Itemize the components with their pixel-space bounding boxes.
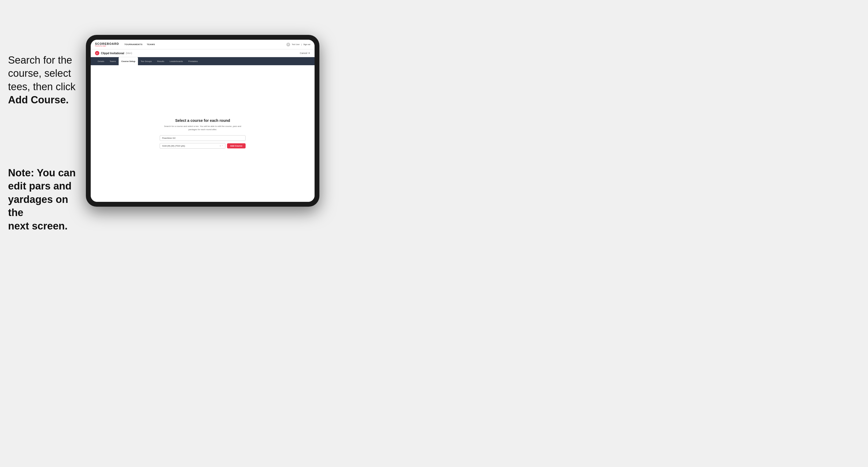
tab-leaderboards[interactable]: Leaderboards — [167, 57, 185, 65]
annotation-line3: tees, then click — [8, 81, 75, 92]
add-course-button[interactable]: Add Course — [227, 143, 246, 148]
tournament-name: Clippd Invitational — [101, 52, 124, 55]
tournament-icon: C — [95, 51, 99, 55]
tab-teams[interactable]: Teams — [107, 57, 119, 65]
logo-area: SCOREBOARD Powered by clippd — [95, 42, 119, 47]
tee-clear-icon[interactable]: × — [220, 145, 221, 147]
nav-separator: | — [301, 43, 302, 45]
top-nav: SCOREBOARD Powered by clippd TOURNAMENTS… — [91, 40, 315, 50]
tab-navigation: Details Teams Course Setup Tee Groups Re… — [91, 57, 315, 65]
signout-button[interactable]: Sign out — [303, 43, 310, 45]
tee-select-controls: × ⌃ — [220, 145, 223, 147]
tournament-title: C Clippd Invitational (Men) — [95, 51, 132, 55]
nav-teams[interactable]: TEAMS — [147, 43, 155, 45]
device-frame: SCOREBOARD Powered by clippd TOURNAMENTS… — [86, 35, 319, 207]
nav-tournaments[interactable]: TOURNAMENTS — [124, 43, 143, 45]
annotation-note-line4: next screen. — [8, 220, 86, 233]
annotation-emphasis: Add Course. — [8, 94, 69, 105]
cancel-button[interactable]: Cancel ✕ — [300, 52, 310, 55]
card-title: Select a course for each round — [160, 118, 246, 123]
tee-select-dropdown[interactable]: Gold (M) (M) (7010 yds) × ⌃ — [160, 143, 225, 149]
annotation-note-line2: edit pars and — [8, 180, 86, 193]
main-content: Select a course for each round Search fo… — [91, 65, 315, 202]
tab-printables[interactable]: Printables — [185, 57, 200, 65]
tee-select-value: Gold (M) (M) (7010 yds) — [162, 145, 185, 147]
course-card: Select a course for each round Search fo… — [160, 118, 246, 149]
user-area: R Test User | Sign out — [286, 43, 310, 46]
annotation-main: Search for the course, select tees, then… — [8, 54, 83, 107]
logo-sub: Powered by clippd — [95, 45, 119, 47]
card-description: Search for a course and select a tee. Yo… — [160, 125, 246, 131]
annotation-line2: course, select — [8, 68, 71, 79]
tab-tee-groups[interactable]: Tee Groups — [138, 57, 154, 65]
annotation-note-line3: yardages on the — [8, 193, 86, 220]
user-avatar: R — [286, 43, 290, 46]
cancel-label: Cancel — [300, 52, 307, 55]
tab-course-setup[interactable]: Course Setup — [119, 57, 138, 65]
tee-select-row: Gold (M) (M) (7010 yds) × ⌃ Add Course — [160, 143, 246, 149]
annotation-note: Note: You can edit pars and yardages on … — [8, 166, 86, 233]
logo-title: SCOREBOARD — [95, 42, 119, 45]
course-search-input[interactable] — [160, 135, 246, 141]
device-screen: SCOREBOARD Powered by clippd TOURNAMENTS… — [91, 40, 315, 202]
tournament-header: C Clippd Invitational (Men) Cancel ✕ — [91, 50, 315, 57]
add-course-label: Add Course — [230, 145, 242, 147]
annotation-note-line1: Note: You can — [8, 166, 86, 180]
cancel-icon: ✕ — [308, 52, 310, 55]
tab-results[interactable]: Results — [154, 57, 167, 65]
tab-details[interactable]: Details — [95, 57, 107, 65]
tee-chevron-icon: ⌃ — [221, 145, 223, 147]
user-name: Test User — [292, 43, 300, 45]
annotation-line1: Search for the — [8, 55, 72, 66]
nav-links: TOURNAMENTS TEAMS — [124, 43, 286, 45]
course-search-wrap — [160, 135, 246, 141]
tournament-type: (Men) — [126, 52, 132, 55]
